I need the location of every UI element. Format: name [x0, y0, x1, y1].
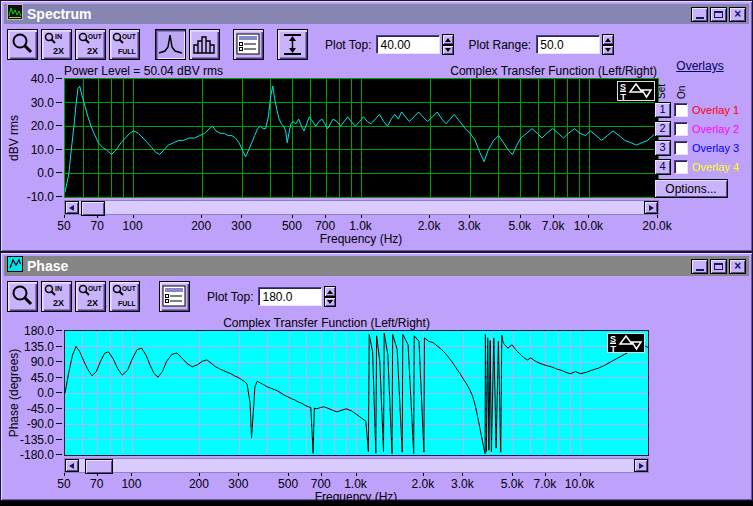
spinner-down-button[interactable] [602, 45, 614, 56]
svg-text:S: S [620, 82, 626, 92]
scroll-left-button[interactable] [65, 201, 79, 214]
y-tick-label: -45.0 [27, 402, 54, 416]
y-tick-mark [56, 454, 62, 455]
window-title: Spectrum [27, 6, 92, 22]
x-tick-mark [199, 473, 200, 476]
x-tick-mark [131, 473, 132, 476]
x-tick-label: 70 [91, 219, 104, 233]
overlays-panel: Overlays Set On 1Overlay 12Overlay 23Ove… [654, 59, 746, 198]
x-tick-label: 2.0k [418, 219, 441, 233]
x-tick-mark [520, 215, 521, 218]
phase-app-icon [7, 256, 23, 276]
plot-top-input[interactable] [376, 35, 440, 54]
display-options-button[interactable] [233, 29, 264, 60]
maximize-button[interactable] [710, 259, 727, 274]
minimize-button[interactable] [691, 7, 708, 22]
display-options-button[interactable] [159, 281, 190, 312]
spinner-up-button[interactable] [442, 34, 454, 45]
scrollbar-thumb[interactable] [85, 459, 113, 474]
maximize-button[interactable] [710, 7, 727, 22]
bar-display-button[interactable] [189, 29, 220, 60]
spinner-up-button[interactable] [602, 34, 614, 45]
x-tick-mark [657, 215, 658, 218]
scrollbar-thumb[interactable] [81, 201, 105, 216]
x-tick-label: 7.0k [534, 477, 557, 491]
phase-h-scrollbar[interactable] [64, 458, 649, 473]
y-tick-mark [56, 361, 62, 362]
zoom-in-factor: 2X [53, 47, 64, 56]
spectrum-y-axis: dBV rms 40.030.020.010.00.0-10.0 [4, 78, 64, 198]
plot-top-label: Plot Top: [325, 38, 371, 52]
x-tick-mark [580, 473, 581, 476]
right-arrow-icon [639, 463, 644, 469]
x-tick-mark [292, 215, 293, 218]
options-dialog-icon [234, 30, 263, 59]
x-tick-mark [288, 473, 289, 476]
spinner-down-button[interactable] [324, 297, 336, 308]
zoom-out-factor: 2X [87, 47, 98, 56]
zoom-in-2x-button[interactable]: IN 2X [41, 281, 72, 312]
plot-top-spinner [442, 34, 454, 55]
overlay-label: Overlay 2 [692, 123, 739, 135]
x-tick-mark [361, 215, 362, 218]
zoom-full-text: FULL [118, 299, 136, 308]
zoom-in-label: IN [55, 285, 62, 292]
phase-titlebar[interactable]: Phase [4, 256, 749, 276]
zoom-out-full-button[interactable]: OUT FULL [109, 29, 140, 60]
overlay-checkbox[interactable] [674, 122, 688, 136]
plot-top-label: Plot Top: [207, 290, 253, 304]
x-tick-mark [97, 473, 98, 476]
overlay-set-button[interactable]: 1 [654, 102, 671, 118]
spinner-down-button[interactable] [442, 45, 454, 56]
x-tick-label: 200 [189, 477, 209, 491]
overlay-set-button[interactable]: 2 [654, 121, 671, 137]
overlays-column-headers: Set On [656, 75, 746, 99]
scroll-right-button[interactable] [644, 201, 658, 214]
scroll-left-button[interactable] [65, 459, 79, 472]
minimize-button[interactable] [691, 259, 708, 274]
close-button[interactable] [729, 259, 746, 274]
spinner-up-button[interactable] [324, 286, 336, 297]
zoom-in-label: IN [55, 33, 62, 40]
y-tick-label: 10.0 [31, 143, 54, 157]
overlay-checkbox[interactable] [674, 103, 688, 117]
spectrum-h-scrollbar[interactable] [64, 200, 659, 215]
plot-range-input[interactable] [536, 35, 600, 54]
x-tick-mark [241, 215, 242, 218]
left-arrow-icon [69, 205, 74, 211]
minimize-icon [696, 269, 704, 271]
zoom-button[interactable] [7, 29, 38, 60]
x-tick-label: 3.0k [451, 477, 474, 491]
signal-wave-icon: S T [617, 81, 655, 105]
x-tick-mark [325, 215, 326, 218]
y-tick-label: -10.0 [27, 190, 54, 204]
x-tick-label: 7.0k [542, 219, 565, 233]
spectrum-plot-header: Power Level = 50.04 dBV rms Complex Tran… [4, 63, 749, 78]
overlay-set-button[interactable]: 4 [654, 159, 671, 175]
phase-window: Phase IN 2X OUT 2X OUT [0, 252, 753, 501]
spectrum-plot[interactable]: S T [64, 78, 659, 198]
y-tick-label: 45.0 [31, 371, 54, 385]
zoom-in-2x-button[interactable]: IN 2X [41, 29, 72, 60]
overlay-options-button[interactable]: Options... [654, 179, 728, 198]
overlay-set-button[interactable]: 3 [654, 140, 671, 156]
peak-curve-button[interactable] [155, 29, 186, 60]
spectrum-titlebar[interactable]: Spectrum [4, 4, 749, 24]
y-tick-label: 30.0 [31, 96, 54, 110]
close-button[interactable] [729, 7, 746, 22]
y-tick-label: -90.0 [27, 417, 54, 431]
zoom-out-2x-button[interactable]: OUT 2X [75, 281, 106, 312]
overlay-checkbox[interactable] [674, 160, 688, 174]
x-tick-mark [423, 473, 424, 476]
phase-plot[interactable]: S T [64, 330, 649, 456]
plot-top-input[interactable] [258, 287, 322, 306]
svg-text:T: T [621, 92, 627, 102]
vertical-autoscale-button[interactable] [277, 29, 308, 60]
zoom-out-full-button[interactable]: OUT FULL [109, 281, 140, 312]
zoom-button[interactable] [7, 281, 38, 312]
scroll-right-button[interactable] [634, 459, 648, 472]
zoom-in-factor: 2X [53, 299, 64, 308]
overlay-checkbox[interactable] [674, 141, 688, 155]
y-tick-mark [56, 423, 62, 424]
zoom-out-2x-button[interactable]: OUT 2X [75, 29, 106, 60]
